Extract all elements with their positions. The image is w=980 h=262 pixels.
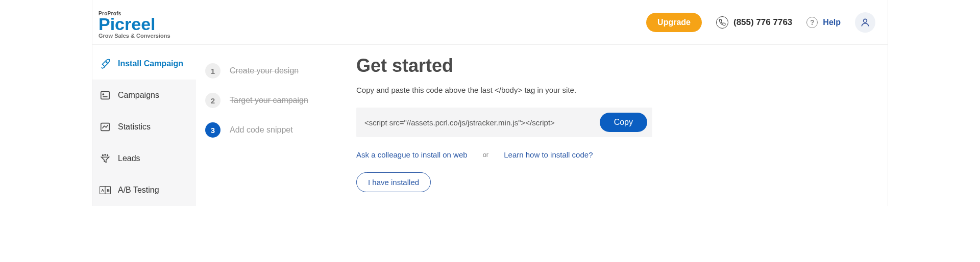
sidebar-item-label: Install Campaign <box>118 59 183 68</box>
code-snippet-bar: <script src="//assets.pcrl.co/js/jstrack… <box>356 108 652 137</box>
help-icon: ? <box>806 17 818 28</box>
step-target-campaign[interactable]: 2 Target your campaign <box>196 86 354 115</box>
sidebar-item-install-campaign[interactable]: Install Campaign <box>92 48 196 80</box>
app-header: ProProfs Picreel Grow Sales & Conversion… <box>92 0 888 45</box>
page-description: Copy and paste this code above the last … <box>356 86 877 94</box>
svg-rect-2 <box>101 92 110 99</box>
logo[interactable]: ProProfs Picreel Grow Sales & Conversion… <box>92 2 170 43</box>
logo-main: Picreel <box>99 16 170 32</box>
header-actions: Upgrade (855) 776 7763 ? Help <box>646 12 875 33</box>
ab-testing-icon: AB <box>100 185 111 196</box>
step-number: 1 <box>205 63 220 78</box>
svg-point-1 <box>106 62 107 63</box>
sidebar-item-campaigns[interactable]: Campaigns <box>92 80 196 111</box>
steps-list: 1 Create your design 2 Target your campa… <box>196 45 354 206</box>
support-phone[interactable]: (855) 776 7763 <box>716 16 792 29</box>
statistics-icon <box>100 121 111 133</box>
phone-icon <box>716 16 728 29</box>
content-area: Install Campaign Campaigns Statistics Le… <box>92 45 888 206</box>
user-icon <box>860 17 870 28</box>
sidebar-item-label: Leads <box>118 154 140 163</box>
step-number: 2 <box>205 93 220 108</box>
campaigns-icon <box>100 90 111 101</box>
sidebar-item-label: Statistics <box>118 122 151 132</box>
svg-point-8 <box>107 155 108 156</box>
sidebar-item-label: Campaigns <box>118 91 159 100</box>
help-link[interactable]: ? Help <box>806 17 841 28</box>
svg-point-6 <box>103 155 104 156</box>
help-label: Help <box>823 18 841 27</box>
code-snippet-text[interactable]: <script src="//assets.pcrl.co/js/jstrack… <box>364 118 555 127</box>
help-links-row: Ask a colleague to install on web or Lea… <box>356 150 877 159</box>
step-number: 3 <box>205 122 220 138</box>
svg-point-7 <box>105 154 106 155</box>
step-label: Add code snippet <box>230 125 293 135</box>
sidebar-item-ab-testing[interactable]: AB A/B Testing <box>92 174 196 206</box>
svg-text:A: A <box>101 188 104 193</box>
step-create-design[interactable]: 1 Create your design <box>196 56 354 86</box>
link-ask-colleague[interactable]: Ask a colleague to install on web <box>356 150 468 159</box>
step-add-code-snippet[interactable]: 3 Add code snippet <box>196 115 354 145</box>
copy-button[interactable]: Copy <box>600 113 647 132</box>
leads-icon <box>100 153 111 164</box>
logo-tagline: Grow Sales & Conversions <box>99 33 170 39</box>
sidebar-item-statistics[interactable]: Statistics <box>92 111 196 143</box>
page-title: Get started <box>356 55 877 76</box>
svg-point-0 <box>864 19 867 22</box>
upgrade-button[interactable]: Upgrade <box>646 13 702 32</box>
i-have-installed-button[interactable]: I have installed <box>356 172 431 192</box>
main-panel: Get started Copy and paste this code abo… <box>354 45 888 206</box>
phone-number: (855) 776 7763 <box>733 17 792 28</box>
sidebar: Install Campaign Campaigns Statistics Le… <box>92 45 196 206</box>
sidebar-item-label: A/B Testing <box>118 186 159 195</box>
svg-text:B: B <box>107 188 110 193</box>
link-learn-install[interactable]: Learn how to install code? <box>504 150 593 159</box>
avatar[interactable] <box>855 12 875 33</box>
rocket-icon <box>100 58 111 69</box>
sidebar-item-leads[interactable]: Leads <box>92 143 196 174</box>
svg-point-3 <box>103 94 104 95</box>
or-separator: or <box>483 151 489 159</box>
step-label: Target your campaign <box>230 96 308 105</box>
step-label: Create your design <box>230 66 299 75</box>
